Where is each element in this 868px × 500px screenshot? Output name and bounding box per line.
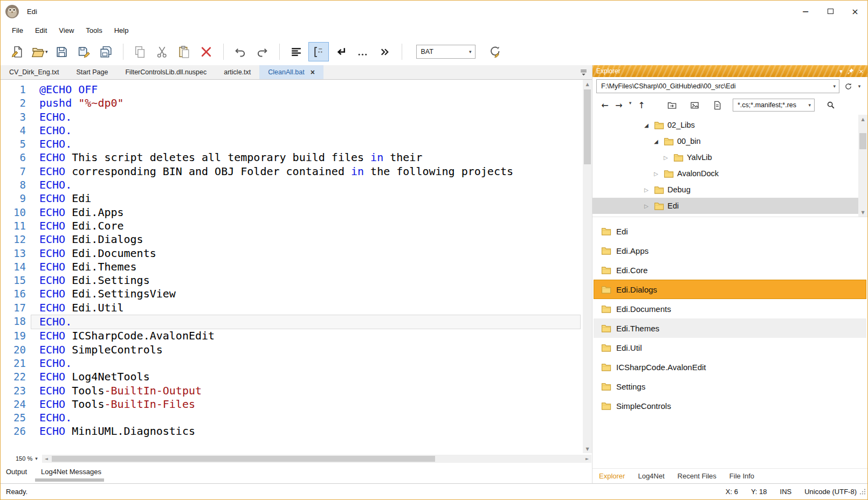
back-button[interactable]: ← xyxy=(598,100,612,110)
tree-scroll-thumb[interactable] xyxy=(859,133,866,149)
bottom-tab-log4net-messages[interactable]: Log4Net Messages xyxy=(41,468,101,476)
menu-help[interactable]: Help xyxy=(108,24,135,37)
document-tab[interactable]: FilterControlsLib.dll.nuspec xyxy=(116,65,215,79)
explorer-tab-explorer[interactable]: Explorer xyxy=(599,472,625,480)
file-item-settings[interactable]: Settings xyxy=(594,377,866,396)
refresh-button[interactable] xyxy=(842,80,854,92)
code-line[interactable]: 13ECHO Edi.Documents xyxy=(1,247,583,260)
code-line[interactable]: 20ECHO SimpleControls xyxy=(1,343,583,357)
expand-commands-button[interactable] xyxy=(375,42,395,61)
tree-item-avalondock[interactable]: ▷AvalonDock xyxy=(593,165,858,182)
code-editor[interactable]: 1@ECHO OFF2pushd "%~dp0"3ECHO.4ECHO.5ECH… xyxy=(1,80,592,453)
code-line[interactable]: 10ECHO Edi.Apps xyxy=(1,206,583,219)
tab-list-dropdown-button[interactable] xyxy=(580,68,588,77)
code-line[interactable]: 8ECHO. xyxy=(1,178,583,192)
file-item-edi.core[interactable]: Edi.Core xyxy=(594,260,866,280)
editor-vscroll-thumb[interactable] xyxy=(584,89,591,164)
code-line[interactable]: 9ECHO Edi xyxy=(1,192,583,205)
scroll-left-icon[interactable]: ◄ xyxy=(42,456,51,461)
show-line-numbers-button[interactable] xyxy=(286,42,307,61)
tree-item-debug[interactable]: ▷Debug xyxy=(593,182,858,198)
close-panel-icon[interactable]: × xyxy=(859,68,864,74)
collapse-icon[interactable]: ◢ xyxy=(654,138,663,144)
file-filter-combobox[interactable]: *.cs;*.manifest;*.res ▾ xyxy=(733,99,815,112)
icons-view-button[interactable] xyxy=(686,99,702,112)
panel-menu-icon[interactable]: ▾ xyxy=(839,68,843,74)
path-options-button[interactable]: ▾ xyxy=(855,80,864,92)
copy-button[interactable] xyxy=(130,42,150,61)
tree-item-02_libs[interactable]: ◢02_Libs xyxy=(593,117,858,133)
new-file-button[interactable] xyxy=(7,42,27,61)
code-line[interactable]: 7ECHO corresponding BIN and OBJ Folder c… xyxy=(1,165,583,178)
chevron-down-icon[interactable]: ▾ xyxy=(830,84,839,89)
code-line[interactable]: 3ECHO. xyxy=(1,110,583,124)
code-line[interactable]: 5ECHO. xyxy=(1,137,583,151)
toggle-edit-mode-button[interactable] xyxy=(485,42,505,61)
code-line[interactable]: 24ECHO Tools-BuiltIn-Files xyxy=(1,398,583,411)
menu-file[interactable]: File xyxy=(6,24,29,37)
close-tab-icon[interactable]: × xyxy=(311,68,315,76)
code-line[interactable]: 16ECHO Edi.SettingsView xyxy=(1,287,583,301)
code-line[interactable]: 4ECHO. xyxy=(1,124,583,137)
code-line[interactable]: 21ECHO. xyxy=(1,357,583,370)
scroll-down-icon[interactable]: ▼ xyxy=(858,208,867,217)
paste-button[interactable] xyxy=(174,42,195,61)
file-item-edi.documents[interactable]: Edi.Documents xyxy=(594,299,866,318)
file-item-simplecontrols[interactable]: SimpleControls xyxy=(594,396,866,415)
code-line[interactable]: 18ECHO. xyxy=(1,315,583,329)
code-area[interactable]: 1@ECHO OFF2pushd "%~dp0"3ECHO.4ECHO.5ECH… xyxy=(1,80,583,453)
folder-path-combobox[interactable]: F:\MyFiles\CSharp\00_GitHub\edi\00_src\E… xyxy=(596,79,839,93)
file-item-edi[interactable]: Edi xyxy=(594,221,866,241)
file-view-button[interactable] xyxy=(709,99,725,112)
code-line[interactable]: 14ECHO Edi.Themes xyxy=(1,260,583,274)
bottom-tab-output[interactable]: Output xyxy=(6,468,27,476)
close-document-button[interactable] xyxy=(196,42,217,61)
collapse-icon[interactable]: ◢ xyxy=(644,122,653,128)
code-line[interactable]: 1@ECHO OFF xyxy=(1,83,583,96)
bottom-panel-scrollbar[interactable] xyxy=(35,478,104,482)
explorer-tab-file-info[interactable]: File Info xyxy=(729,472,754,480)
explorer-header[interactable]: Explorer ▾× xyxy=(593,65,867,77)
undo-button[interactable] xyxy=(230,42,251,61)
forward-button[interactable]: → xyxy=(612,100,626,110)
expand-icon[interactable]: ▷ xyxy=(644,203,653,209)
code-line[interactable]: 22ECHO Log4NetTools xyxy=(1,370,583,384)
show-line-endings-button[interactable] xyxy=(330,42,351,61)
editor-hscroll-thumb[interactable] xyxy=(52,456,435,462)
close-button[interactable]: × xyxy=(843,1,867,22)
menu-view[interactable]: View xyxy=(53,24,80,37)
tree-item-00_bin[interactable]: ◢00_bin xyxy=(593,133,858,149)
scroll-down-icon[interactable]: ▼ xyxy=(583,445,592,453)
tree-item-yalvlib[interactable]: ▷YalvLib xyxy=(593,149,858,165)
more-display-options-button[interactable] xyxy=(353,42,373,61)
scroll-up-icon[interactable]: ▲ xyxy=(583,80,592,88)
scroll-up-icon[interactable]: ▲ xyxy=(858,115,867,123)
expand-icon[interactable]: ▷ xyxy=(644,187,653,193)
sync-folder-button[interactable] xyxy=(664,99,680,112)
document-tab[interactable]: Start Page xyxy=(67,65,116,79)
explorer-tab-recent-files[interactable]: Recent Files xyxy=(678,472,717,480)
zoom-control[interactable]: 150 % ▾ xyxy=(1,455,42,462)
code-line[interactable]: 17ECHO Edi.Util xyxy=(1,301,583,315)
code-line[interactable]: 15ECHO Edi.Settings xyxy=(1,274,583,287)
history-dropdown-button[interactable]: ▾ xyxy=(626,100,635,110)
save-all-button[interactable] xyxy=(96,42,116,61)
explorer-tab-log4net[interactable]: Log4Net xyxy=(638,472,664,480)
code-line[interactable]: 12ECHO Edi.Dialogs xyxy=(1,233,583,246)
code-line[interactable]: 25ECHO. xyxy=(1,411,583,425)
resize-grip[interactable] xyxy=(859,488,866,495)
file-item-edi.util[interactable]: Edi.Util xyxy=(594,338,866,357)
tree-scrollbar[interactable]: ▲ ▼ xyxy=(858,115,867,217)
document-tab[interactable]: CleanAll.bat× xyxy=(259,65,323,79)
pin-icon[interactable] xyxy=(848,68,854,74)
save-as-button[interactable] xyxy=(74,42,94,61)
menu-tools[interactable]: Tools xyxy=(80,24,108,37)
expand-icon[interactable]: ▷ xyxy=(664,155,672,161)
editor-vscroll-track[interactable] xyxy=(583,88,592,445)
scroll-right-icon[interactable]: ► xyxy=(583,456,591,461)
editor-hscroll-track[interactable] xyxy=(51,455,583,463)
document-tab[interactable]: article.txt xyxy=(215,65,259,79)
editor-horizontal-scrollbar[interactable]: ◄ ► xyxy=(42,455,591,463)
file-item-edi.themes[interactable]: Edi.Themes xyxy=(594,318,866,338)
menu-edit[interactable]: Edit xyxy=(29,24,53,37)
